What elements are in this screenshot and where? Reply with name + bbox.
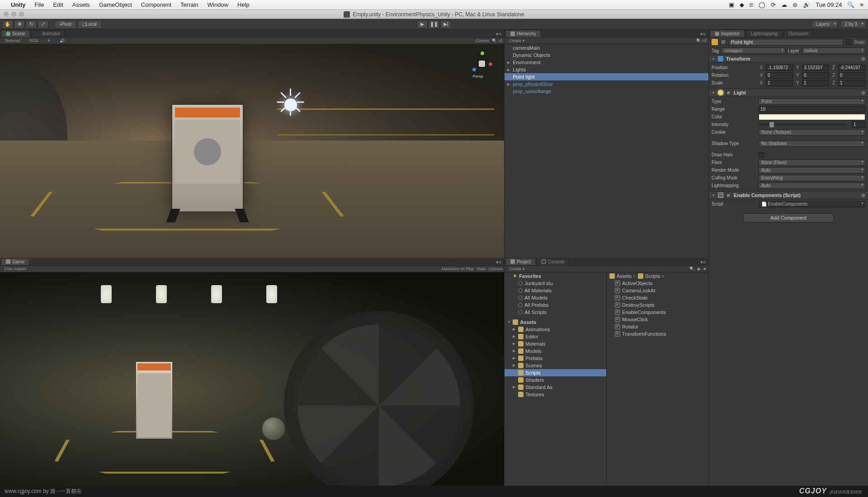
expand-icon[interactable]: ▼ bbox=[507, 320, 511, 324]
folder-item[interactable]: ▶Materials bbox=[505, 340, 606, 347]
scene-viewport[interactable]: Persp bbox=[0, 44, 504, 258]
expand-icon[interactable]: ▶ bbox=[513, 327, 516, 331]
scene-axis-gizmo[interactable]: Persp bbox=[468, 50, 495, 77]
tab-hierarchy[interactable]: Hierarchy bbox=[505, 30, 541, 37]
aspect-dropdown[interactable]: Free Aspect bbox=[2, 267, 29, 271]
zoom-window-button[interactable] bbox=[19, 12, 24, 17]
fold-icon[interactable]: ▼ bbox=[712, 91, 715, 95]
scale-z-input[interactable] bbox=[838, 80, 865, 86]
intensity-input[interactable] bbox=[852, 122, 865, 128]
layers-dropdown[interactable]: Layers bbox=[812, 20, 838, 28]
wifi-icon[interactable]: ⊚ bbox=[793, 1, 797, 8]
transform-component-header[interactable]: ▼ Transform ⚙ bbox=[709, 55, 868, 63]
folder-item[interactable]: ▶Prefabs bbox=[505, 355, 606, 362]
script-item[interactable]: CameraLookAt bbox=[607, 287, 708, 294]
scene-search[interactable]: 🔍 All bbox=[492, 38, 502, 43]
flare-field[interactable]: None (Flare) bbox=[759, 159, 865, 166]
project-folders[interactable]: ★Favorites Junkyard stu All Materials Al… bbox=[505, 272, 607, 486]
script-item[interactable]: CheckState bbox=[607, 294, 708, 301]
script-item[interactable]: DestroyScripts bbox=[607, 301, 708, 309]
render-mode[interactable]: RGB bbox=[27, 38, 41, 43]
hierarchy-item-physicsdoor[interactable]: ▶prop_physicsDoor bbox=[505, 80, 708, 88]
fold-icon[interactable]: ▼ bbox=[712, 193, 715, 197]
scale-y-input[interactable] bbox=[802, 80, 829, 86]
expand-icon[interactable]: ▶ bbox=[507, 61, 511, 65]
lightmapping-dropdown[interactable]: Auto bbox=[759, 183, 865, 189]
folder-item[interactable]: ▶Models bbox=[505, 347, 606, 355]
cookie-field[interactable]: None (Texture) bbox=[759, 129, 865, 136]
maximize-toggle[interactable]: Maximize on Play bbox=[442, 267, 474, 271]
tab-console[interactable]: Console bbox=[537, 258, 570, 265]
gear-icon[interactable]: ⚙ bbox=[861, 90, 865, 95]
expand-icon[interactable]: ▶ bbox=[513, 342, 516, 346]
breadcrumb[interactable]: Assets ▸ Scripts ▸ bbox=[607, 272, 708, 280]
expand-icon[interactable]: ▶ bbox=[507, 68, 511, 72]
expand-icon[interactable]: ▶ bbox=[513, 363, 516, 367]
create-dropdown[interactable]: Create ▾ bbox=[506, 38, 528, 43]
scene-audio-toggle[interactable]: 🔊 bbox=[57, 38, 67, 43]
gear-icon[interactable]: ⚙ bbox=[861, 56, 865, 61]
menu-app[interactable]: Unity bbox=[11, 1, 26, 8]
script-component-header[interactable]: ▼ ✓ Enable Components (Script) ⚙ bbox=[709, 191, 868, 199]
panel-options[interactable]: ▾≡ bbox=[493, 31, 504, 37]
clock[interactable]: Tue 09:24 bbox=[816, 1, 842, 8]
pivot-toggle[interactable]: ▪ Pivot bbox=[55, 20, 76, 28]
menu-file[interactable]: File bbox=[35, 1, 44, 8]
breadcrumb-item[interactable]: Scripts bbox=[645, 273, 660, 279]
scale-x-input[interactable] bbox=[766, 80, 793, 86]
menu-assets[interactable]: Assets bbox=[72, 1, 90, 8]
rotation-z-input[interactable] bbox=[838, 72, 865, 79]
tab-occlusion[interactable]: Occlusion bbox=[783, 30, 813, 37]
culling-dropdown[interactable]: Everything bbox=[759, 175, 865, 181]
axis-x-icon[interactable] bbox=[489, 62, 492, 66]
folder-item[interactable]: ▶Editor bbox=[505, 333, 606, 340]
intensity-slider[interactable] bbox=[759, 124, 847, 126]
folder-item[interactable]: ▶Scenes bbox=[505, 362, 606, 369]
close-window-button[interactable] bbox=[4, 12, 9, 17]
hierarchy-item-lights[interactable]: ▶Lights bbox=[505, 66, 708, 73]
status-icon[interactable]: ▣ bbox=[729, 1, 734, 8]
hierarchy-search[interactable]: 🔍 All bbox=[696, 38, 707, 43]
fold-icon[interactable]: ▼ bbox=[712, 57, 715, 61]
position-y-input[interactable] bbox=[802, 65, 829, 71]
menu-edit[interactable]: Edit bbox=[53, 1, 63, 8]
expand-icon[interactable]: ▶ bbox=[513, 356, 516, 360]
play-button[interactable]: ▶ bbox=[417, 20, 428, 28]
light-type-dropdown[interactable]: Point bbox=[759, 98, 865, 105]
layout-dropdown[interactable]: 2 by 3 bbox=[841, 20, 866, 28]
position-x-input[interactable] bbox=[766, 65, 793, 71]
minimize-window-button[interactable] bbox=[11, 12, 16, 17]
script-item[interactable]: TransformFunctions bbox=[607, 330, 708, 338]
panel-options[interactable]: ▾≡ bbox=[698, 31, 708, 37]
rendermode-dropdown[interactable]: Auto bbox=[759, 167, 865, 173]
layer-dropdown[interactable]: Default bbox=[802, 47, 865, 54]
status-icon[interactable]: ☁ bbox=[781, 1, 787, 8]
status-icon[interactable]: ◯ bbox=[759, 1, 765, 8]
menu-window[interactable]: Window bbox=[208, 1, 228, 8]
menu-component[interactable]: Component bbox=[141, 1, 171, 8]
script-enabled-checkbox[interactable]: ✓ bbox=[726, 193, 731, 198]
rotation-x-input[interactable] bbox=[766, 72, 793, 79]
panel-options[interactable]: ▾≡ bbox=[698, 259, 708, 265]
script-item[interactable]: Rotator bbox=[607, 323, 708, 330]
axis-y-icon[interactable] bbox=[481, 52, 484, 55]
assets-header[interactable]: ▼Assets bbox=[505, 319, 606, 326]
status-icon[interactable]: ⎚ bbox=[750, 1, 753, 8]
range-input[interactable] bbox=[759, 106, 865, 113]
tab-animator[interactable]: Animator bbox=[31, 30, 65, 37]
light-component-header[interactable]: ▼ ✓ Light ⚙ bbox=[709, 89, 868, 97]
hierarchy-item-samoflange[interactable]: prop_samoflange bbox=[505, 88, 708, 95]
project-filter-icon[interactable]: ◆ bbox=[697, 267, 700, 271]
position-z-input[interactable] bbox=[838, 65, 865, 71]
local-toggle[interactable]: ◻ Local bbox=[77, 20, 102, 28]
script-reference-field[interactable]: 📄 EnableComponents bbox=[759, 201, 865, 207]
folder-item-scripts[interactable]: Scripts bbox=[505, 369, 606, 376]
folder-item[interactable]: Textures bbox=[505, 391, 606, 398]
gizmos-dropdown[interactable]: Gizmos bbox=[476, 38, 490, 43]
project-filter-icon[interactable]: ★ bbox=[703, 267, 707, 271]
gameobject-name-input[interactable] bbox=[729, 39, 843, 46]
script-item[interactable]: EnableComponents bbox=[607, 309, 708, 316]
favorites-header[interactable]: ★Favorites bbox=[505, 272, 606, 280]
project-search[interactable]: 🔍 bbox=[689, 267, 694, 271]
script-item[interactable]: MouseClick bbox=[607, 316, 708, 323]
